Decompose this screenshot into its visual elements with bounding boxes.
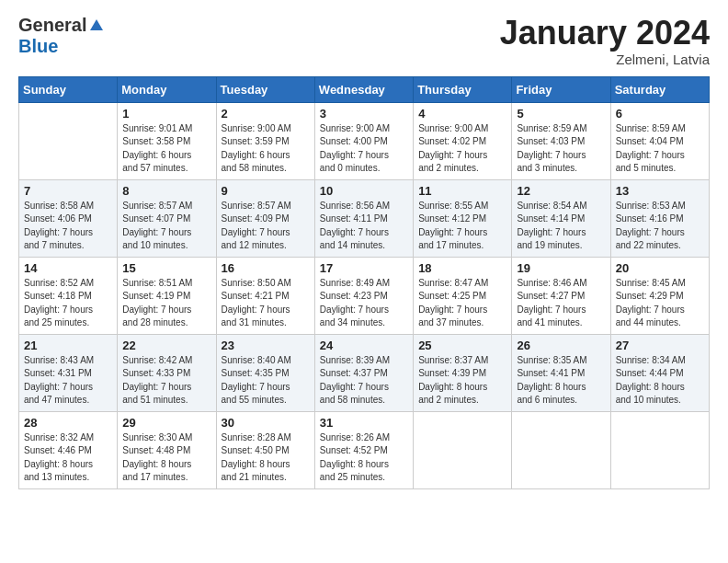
day-cell: 21Sunrise: 8:43 AM Sunset: 4:31 PM Dayli… — [19, 334, 118, 411]
day-info: Sunrise: 8:57 AM Sunset: 4:07 PM Dayligh… — [122, 200, 210, 253]
logo: General Blue — [18, 15, 105, 57]
day-cell — [19, 102, 118, 179]
day-info: Sunrise: 8:49 AM Sunset: 4:23 PM Dayligh… — [320, 277, 408, 330]
logo-icon — [88, 17, 105, 34]
col-header-saturday: Saturday — [610, 76, 709, 102]
day-cell: 4Sunrise: 9:00 AM Sunset: 4:02 PM Daylig… — [414, 102, 512, 179]
day-number: 30 — [222, 416, 310, 430]
location: Zelmeni, Latvia — [500, 52, 710, 67]
day-cell: 1Sunrise: 9:01 AM Sunset: 3:58 PM Daylig… — [118, 102, 216, 179]
day-cell: 13Sunrise: 8:53 AM Sunset: 4:16 PM Dayli… — [610, 179, 709, 257]
day-number: 21 — [24, 339, 112, 352]
header-row: SundayMondayTuesdayWednesdayThursdayFrid… — [19, 76, 710, 102]
day-number: 5 — [517, 107, 605, 121]
day-number: 29 — [122, 416, 210, 430]
day-info: Sunrise: 8:40 AM Sunset: 4:35 PM Dayligh… — [222, 354, 310, 408]
day-info: Sunrise: 8:45 AM Sunset: 4:29 PM Dayligh… — [616, 277, 704, 330]
day-number: 3 — [320, 107, 408, 121]
day-cell: 2Sunrise: 9:00 AM Sunset: 3:59 PM Daylig… — [216, 102, 314, 179]
day-info: Sunrise: 8:56 AM Sunset: 4:11 PM Dayligh… — [320, 200, 408, 253]
day-cell: 15Sunrise: 8:51 AM Sunset: 4:19 PM Dayli… — [118, 257, 216, 334]
day-number: 22 — [122, 339, 210, 352]
day-cell — [414, 411, 512, 488]
day-info: Sunrise: 9:00 AM Sunset: 4:00 PM Dayligh… — [320, 122, 408, 176]
day-number: 28 — [24, 416, 112, 430]
day-number: 20 — [616, 261, 704, 275]
day-info: Sunrise: 9:01 AM Sunset: 3:58 PM Dayligh… — [122, 122, 210, 176]
logo-blue-text: Blue — [18, 36, 58, 57]
day-cell: 28Sunrise: 8:32 AM Sunset: 4:46 PM Dayli… — [19, 411, 118, 488]
day-info: Sunrise: 8:58 AM Sunset: 4:06 PM Dayligh… — [24, 200, 112, 253]
day-cell: 20Sunrise: 8:45 AM Sunset: 4:29 PM Dayli… — [610, 257, 709, 334]
day-cell: 23Sunrise: 8:40 AM Sunset: 4:35 PM Dayli… — [216, 334, 314, 411]
day-cell: 14Sunrise: 8:52 AM Sunset: 4:18 PM Dayli… — [19, 257, 118, 334]
day-cell: 9Sunrise: 8:57 AM Sunset: 4:09 PM Daylig… — [216, 179, 314, 257]
day-number: 26 — [517, 339, 605, 352]
day-info: Sunrise: 8:55 AM Sunset: 4:12 PM Dayligh… — [418, 200, 506, 253]
day-cell: 30Sunrise: 8:28 AM Sunset: 4:50 PM Dayli… — [216, 411, 314, 488]
day-cell: 22Sunrise: 8:42 AM Sunset: 4:33 PM Dayli… — [118, 334, 216, 411]
title-block: January 2024 Zelmeni, Latvia — [500, 15, 710, 67]
col-header-sunday: Sunday — [19, 76, 118, 102]
day-info: Sunrise: 8:54 AM Sunset: 4:14 PM Dayligh… — [517, 200, 605, 253]
day-cell: 31Sunrise: 8:26 AM Sunset: 4:52 PM Dayli… — [314, 411, 413, 488]
day-number: 17 — [320, 261, 408, 275]
day-info: Sunrise: 8:34 AM Sunset: 4:44 PM Dayligh… — [616, 354, 704, 408]
day-number: 11 — [418, 184, 506, 198]
day-number: 2 — [222, 107, 310, 121]
day-cell: 29Sunrise: 8:30 AM Sunset: 4:48 PM Dayli… — [118, 411, 216, 488]
day-cell: 11Sunrise: 8:55 AM Sunset: 4:12 PM Dayli… — [414, 179, 512, 257]
month-title: January 2024 — [500, 15, 710, 52]
day-cell: 12Sunrise: 8:54 AM Sunset: 4:14 PM Dayli… — [512, 179, 610, 257]
day-info: Sunrise: 8:59 AM Sunset: 4:04 PM Dayligh… — [616, 122, 704, 176]
day-number: 13 — [616, 184, 704, 198]
day-number: 15 — [122, 261, 210, 275]
week-row-2: 7Sunrise: 8:58 AM Sunset: 4:06 PM Daylig… — [19, 179, 710, 257]
day-info: Sunrise: 8:35 AM Sunset: 4:41 PM Dayligh… — [517, 354, 605, 408]
day-info: Sunrise: 8:51 AM Sunset: 4:19 PM Dayligh… — [122, 277, 210, 330]
day-info: Sunrise: 8:32 AM Sunset: 4:46 PM Dayligh… — [24, 431, 112, 485]
svg-marker-0 — [90, 19, 103, 30]
week-row-3: 14Sunrise: 8:52 AM Sunset: 4:18 PM Dayli… — [19, 257, 710, 334]
day-cell: 26Sunrise: 8:35 AM Sunset: 4:41 PM Dayli… — [512, 334, 610, 411]
day-info: Sunrise: 9:00 AM Sunset: 3:59 PM Dayligh… — [222, 122, 310, 176]
day-info: Sunrise: 8:57 AM Sunset: 4:09 PM Dayligh… — [222, 200, 310, 253]
day-number: 6 — [616, 107, 704, 121]
logo-general-text: General — [18, 15, 86, 36]
week-row-1: 1Sunrise: 9:01 AM Sunset: 3:58 PM Daylig… — [19, 102, 710, 179]
col-header-friday: Friday — [512, 76, 610, 102]
day-number: 27 — [616, 339, 704, 352]
day-info: Sunrise: 8:46 AM Sunset: 4:27 PM Dayligh… — [517, 277, 605, 330]
day-cell: 10Sunrise: 8:56 AM Sunset: 4:11 PM Dayli… — [314, 179, 413, 257]
day-cell: 3Sunrise: 9:00 AM Sunset: 4:00 PM Daylig… — [314, 102, 413, 179]
day-number: 7 — [24, 184, 112, 198]
day-number: 25 — [418, 339, 506, 352]
col-header-thursday: Thursday — [414, 76, 512, 102]
col-header-wednesday: Wednesday — [314, 76, 413, 102]
day-cell — [512, 411, 610, 488]
day-cell: 19Sunrise: 8:46 AM Sunset: 4:27 PM Dayli… — [512, 257, 610, 334]
day-number: 12 — [517, 184, 605, 198]
day-number: 10 — [320, 184, 408, 198]
day-cell: 27Sunrise: 8:34 AM Sunset: 4:44 PM Dayli… — [610, 334, 709, 411]
day-info: Sunrise: 8:37 AM Sunset: 4:39 PM Dayligh… — [418, 354, 506, 408]
day-cell: 25Sunrise: 8:37 AM Sunset: 4:39 PM Dayli… — [414, 334, 512, 411]
day-cell: 16Sunrise: 8:50 AM Sunset: 4:21 PM Dayli… — [216, 257, 314, 334]
day-info: Sunrise: 8:53 AM Sunset: 4:16 PM Dayligh… — [616, 200, 704, 253]
day-cell: 5Sunrise: 8:59 AM Sunset: 4:03 PM Daylig… — [512, 102, 610, 179]
page: General Blue January 2024 Zelmeni, Latvi… — [0, 0, 728, 563]
day-number: 4 — [418, 107, 506, 121]
day-info: Sunrise: 8:50 AM Sunset: 4:21 PM Dayligh… — [222, 277, 310, 330]
day-info: Sunrise: 8:47 AM Sunset: 4:25 PM Dayligh… — [418, 277, 506, 330]
week-row-4: 21Sunrise: 8:43 AM Sunset: 4:31 PM Dayli… — [19, 334, 710, 411]
calendar-table: SundayMondayTuesdayWednesdayThursdayFrid… — [18, 76, 710, 489]
day-info: Sunrise: 8:26 AM Sunset: 4:52 PM Dayligh… — [320, 431, 408, 485]
day-info: Sunrise: 8:39 AM Sunset: 4:37 PM Dayligh… — [320, 354, 408, 408]
day-number: 31 — [320, 416, 408, 430]
col-header-monday: Monday — [118, 76, 216, 102]
col-header-tuesday: Tuesday — [216, 76, 314, 102]
day-info: Sunrise: 8:42 AM Sunset: 4:33 PM Dayligh… — [122, 354, 210, 408]
day-info: Sunrise: 8:59 AM Sunset: 4:03 PM Dayligh… — [517, 122, 605, 176]
day-info: Sunrise: 9:00 AM Sunset: 4:02 PM Dayligh… — [418, 122, 506, 176]
day-number: 1 — [122, 107, 210, 121]
